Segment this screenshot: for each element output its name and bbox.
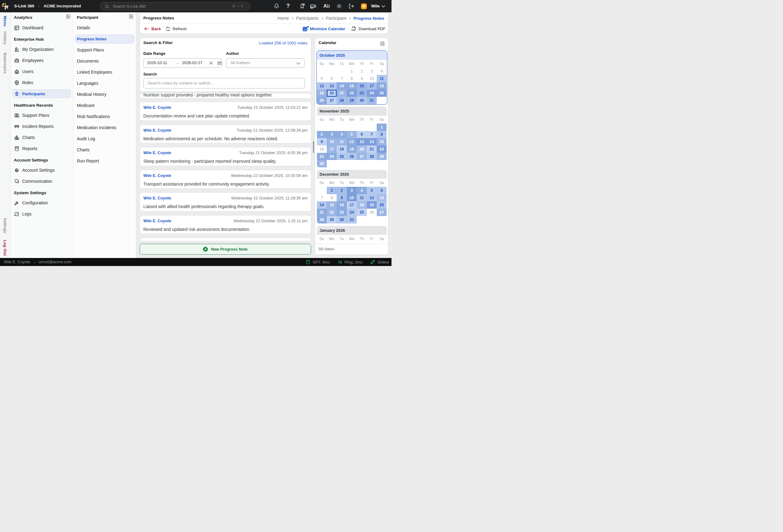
- svg-text:PDF: PDF: [351, 29, 355, 31]
